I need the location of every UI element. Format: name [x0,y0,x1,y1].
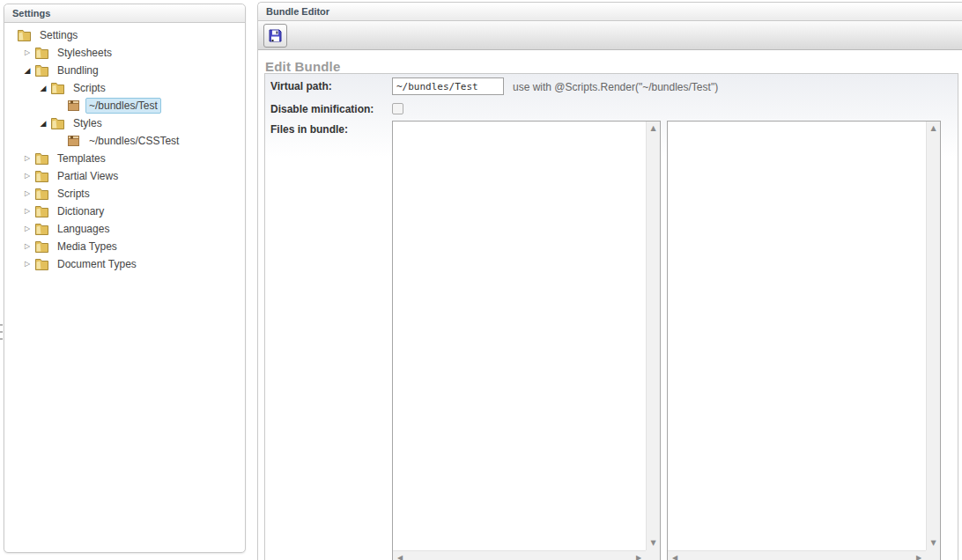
available-files-listbox[interactable]: ▲ ▼ ◀ ▶ [392,121,661,560]
tree-item-label: Scripts [70,80,109,96]
collapse-icon[interactable]: ◢ [20,62,34,79]
folder-icon [34,239,49,254]
tree-item-dictionary[interactable]: ▷Dictionary [4,203,245,220]
folder-icon [34,222,49,236]
page-title: Edit Bundle [265,59,962,74]
tree-item-label: Bundling [54,63,102,78]
virtual-path-hint: use with @Scripts.Render("~/bundles/Test… [513,77,718,93]
tree-item-partial-views[interactable]: ▷Partial Views [4,167,245,185]
available-files-hscrollbar[interactable]: ◀ ▶ [393,550,646,560]
expand-icon[interactable]: ▷ [20,167,34,185]
folder-icon [17,28,32,42]
available-files-vscrollbar[interactable]: ▲ ▼ [646,122,660,550]
folder-icon [34,187,49,201]
expand-icon[interactable]: ▷ [20,220,34,238]
scroll-down-icon[interactable]: ▼ [647,536,660,550]
scroll-up-icon[interactable]: ▲ [927,122,940,136]
tree-item-styles[interactable]: ◢Styles [4,114,245,132]
save-floppy-icon [268,28,283,43]
bundle-icon [66,134,81,148]
bundle-files-vscrollbar[interactable]: ▲ ▼ [926,122,940,550]
settings-panel: Settings Settings▷Stylesheets◢Bundling◢S… [4,4,246,553]
virtual-path-input[interactable] [392,77,504,95]
scroll-left-icon[interactable]: ◀ [393,551,407,560]
files-in-bundle-row: Files in bundle: ▲ ▼ ◀ ▶ ▲ [265,117,958,560]
bundle-files-hscrollbar[interactable]: ◀ ▶ [668,550,926,560]
files-listboxes: ▲ ▼ ◀ ▶ ▲ ▼ ◀ ▶ [392,121,941,560]
scroll-left-icon[interactable]: ◀ [668,551,682,560]
tree-item-label: ~/bundles/Test [85,98,161,114]
folder-icon [50,81,65,95]
tree-item-scripts[interactable]: ▷Scripts [4,185,245,203]
save-button[interactable] [263,24,287,48]
tree-item-label: Document Types [54,256,140,272]
scroll-up-icon[interactable]: ▲ [647,122,660,136]
tree-item-label: Settings [36,27,81,43]
tree-item-label: Scripts [54,186,93,202]
settings-panel-header: Settings [4,4,245,23]
tree-item-settings[interactable]: Settings [4,26,245,44]
tree-item-label: Styles [70,115,106,131]
scroll-down-icon[interactable]: ▼ [927,536,940,550]
tree-item-stylesheets[interactable]: ▷Stylesheets [4,44,245,62]
expand-icon[interactable]: ▷ [20,150,34,167]
settings-tree: Settings▷Stylesheets◢Bundling◢Scripts~/b… [4,23,245,273]
disable-minification-label: Disable minification: [270,100,392,115]
tree-item-bundling[interactable]: ◢Bundling [4,62,245,79]
collapse-icon[interactable]: ◢ [36,79,50,97]
tree-item-document-types[interactable]: ▷Document Types [4,255,245,273]
bundle-form: Virtual path: use with @Scripts.Render("… [264,73,958,560]
bundle-editor-toolbar [258,21,962,50]
tree-item-label: Templates [54,151,109,166]
expand-icon[interactable]: ▷ [20,203,34,220]
folder-icon [34,257,49,271]
folder-icon [34,169,49,183]
expand-icon[interactable]: ▷ [20,238,34,255]
scroll-right-icon[interactable]: ▶ [632,551,646,560]
tree-item-label: Dictionary [54,203,107,219]
tree-item-label: Stylesheets [54,45,115,61]
expand-icon[interactable]: ▷ [20,255,34,273]
tree-item-label: ~/bundles/CSSTest [85,133,182,149]
folder-icon [50,116,65,130]
disable-minification-row: Disable minification: [265,97,958,117]
tree-item-bundles-test[interactable]: ~/bundles/Test [4,97,245,114]
folder-icon [34,63,49,77]
expand-icon[interactable]: ▷ [20,185,34,203]
tree-item-templates[interactable]: ▷Templates [4,150,245,167]
collapse-icon[interactable]: ◢ [36,114,50,132]
splitter-grip[interactable] [0,324,3,345]
files-in-bundle-label: Files in bundle: [270,121,392,136]
bundle-editor-panel: Bundle Editor Edit Bundle Virtual path: … [257,2,962,560]
bundle-editor-header: Bundle Editor [258,3,962,21]
scroll-right-icon[interactable]: ▶ [912,551,926,560]
tree-item-label: Partial Views [54,168,122,184]
scrollbar-corner [646,550,660,560]
bundle-files-listbox[interactable]: ▲ ▼ ◀ ▶ [667,121,941,560]
bundle-icon [66,99,81,113]
folder-icon [34,204,49,218]
tree-item-scripts[interactable]: ◢Scripts [4,79,245,97]
tree-item-bundles-csstest[interactable]: ~/bundles/CSSTest [4,132,245,150]
virtual-path-label: Virtual path: [270,77,392,92]
tree-item-label: Media Types [54,239,121,254]
disable-minification-checkbox[interactable] [392,103,403,114]
tree-item-label: Languages [54,221,113,237]
scrollbar-corner [926,550,940,560]
folder-icon [34,151,49,166]
tree-item-languages[interactable]: ▷Languages [4,220,245,238]
virtual-path-row: Virtual path: use with @Scripts.Render("… [265,74,958,97]
expand-icon[interactable]: ▷ [20,44,34,62]
tree-item-media-types[interactable]: ▷Media Types [4,238,245,255]
folder-icon [34,46,49,60]
